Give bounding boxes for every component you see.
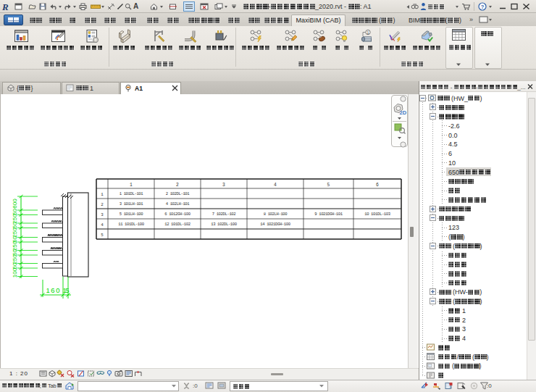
svg-text:5 101LH-100: 5 101LH-100 (120, 212, 144, 217)
svg-text:9 1021DGH-101: 9 1021DGH-101 (314, 212, 343, 217)
svg-text:14 1021DGH-100: 14 1021DGH-100 (260, 222, 290, 227)
svg-text:2: 2 (176, 183, 179, 188)
svg-text:4 102LH-101: 4 102LH-101 (166, 201, 190, 207)
svg-text:7 102DL-102: 7 102DL-102 (212, 212, 236, 217)
svg-text:1: 1 (101, 192, 104, 197)
svg-text:13 102DL-100: 13 102DL-100 (211, 222, 238, 227)
svg-text:5: 5 (101, 233, 104, 238)
svg-text:50: 50 (12, 222, 18, 228)
svg-text:1 101DL-101: 1 101DL-101 (120, 191, 144, 196)
svg-text:100: 100 (12, 267, 18, 278)
svg-text:5: 5 (327, 183, 330, 188)
svg-text:2D: 2D (400, 109, 407, 115)
svg-text:10 101DL-103: 10 101DL-103 (364, 212, 390, 217)
svg-text:2 102DL-101: 2 102DL-101 (166, 191, 190, 196)
svg-text:250: 250 (12, 228, 18, 238)
svg-text:?: ? (481, 4, 485, 10)
svg-text:4: 4 (101, 222, 104, 228)
svg-text:12 101DL-102: 12 101DL-102 (164, 222, 190, 227)
svg-text:6: 6 (376, 183, 379, 188)
svg-text:4: 4 (274, 183, 277, 188)
svg-text:8 102LH-100: 8 102LH-100 (264, 212, 288, 217)
svg-text:6 1012GH-100: 6 1012GH-100 (164, 212, 191, 217)
svg-text:11 101DL-100: 11 101DL-100 (118, 222, 145, 227)
svg-text:3 101LH-101: 3 101LH-101 (120, 201, 144, 207)
svg-text:1: 1 (130, 183, 133, 188)
svg-text:160: 160 (46, 286, 60, 294)
svg-text:2: 2 (101, 202, 104, 207)
svg-text:3: 3 (222, 183, 225, 188)
svg-text:600: 600 (12, 199, 18, 209)
svg-text:15: 15 (63, 286, 70, 294)
svg-text:3: 3 (101, 212, 104, 217)
